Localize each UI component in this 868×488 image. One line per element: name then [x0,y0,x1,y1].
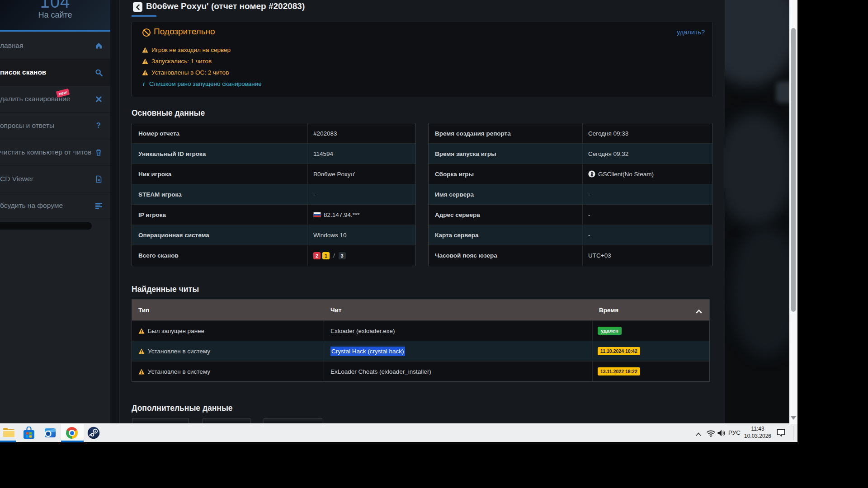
cheat-type-cell: Установлен в систему [132,341,324,361]
sidebar-item-scan-list[interactable]: писок сканов [0,59,110,86]
cheat-name-cell: Crystal Hack (crystal hack) [324,341,593,361]
background-blob [776,81,789,103]
scan-count-divider: / [333,252,335,259]
home-icon [94,42,103,50]
row-value: - [583,205,712,225]
taskbar-clock[interactable]: 11:43 10.03.2026 [742,426,773,440]
table-row: Время запуска игры Сегодня 09:32 [429,144,712,164]
cheat-time-cell: 11.10.2024 10:42 [593,341,709,361]
delete-report-link[interactable]: удалить? [677,28,705,36]
back-button[interactable] [133,2,142,12]
alert-title: Подозрительно [154,27,215,37]
row-value: - [583,225,712,245]
cheat-row: Установлен в систему ExLoader Cheats (ex… [132,361,709,381]
taskbar-indicator [0,441,16,442]
table-row: Ник игрока B0o6we Poxyu' [132,164,415,184]
online-label: На сайте [0,10,110,20]
cheats-table-header: Тип Чит Время [132,300,709,320]
sidebar-item-forum[interactable]: бсудить на форуме [0,192,110,219]
sort-chevron-up-icon[interactable] [696,307,702,315]
row-label: Номер отчета [132,123,308,143]
table-row: IP игрока 82.147.94.*** [132,205,415,225]
sidebar-item-clean-pc[interactable]: чистить компьютер от читов [0,139,110,166]
warning-icon [138,328,145,334]
file-explorer-icon[interactable] [3,427,15,440]
page-title: B0o6we Poxyu' (отчет номер #202083) [146,1,305,11]
alert-warning-text: Установлены в ОС: 2 читов [151,69,229,76]
table-row: Операционная система Windows 10 [132,225,415,245]
row-value: 82.147.94.*** [308,205,415,225]
row-label: IP игрока [132,205,308,225]
game-build-value: GSClient(No Steam) [598,171,654,178]
suspicious-alert-panel: Подозрительно удалить? Игрок не заходил … [132,22,713,97]
row-value: - [583,184,712,204]
search-icon [94,68,103,76]
sidebar-nav: лавная писок сканов далить сканирование … [0,33,110,219]
row-value: B0o6we Poxyu' [308,164,415,184]
row-value: GSClient(No Steam) [583,164,712,184]
overview-table-right: Время создания репорта Сегодня 09:33 Вре… [428,123,712,266]
alert-info-text: Слишком рано запущено сканирование [149,80,262,87]
sidebar-item-cd-viewer[interactable]: CD Viewer [0,166,110,192]
scrollbar[interactable] [789,0,797,423]
steam-icon[interactable] [87,427,100,441]
wifi-icon[interactable] [706,430,716,439]
scrollbar-thumb[interactable] [791,28,796,312]
warning-icon [142,58,148,64]
scrollbar-down-arrow[interactable] [791,416,796,420]
section-title-cheats: Найденные читы [132,285,199,294]
sidebar-item-delete-scan[interactable]: далить сканирование new [0,86,110,113]
taskbar-separator [793,426,793,440]
row-label: Карта сервера [429,225,583,245]
table-row: Всего сканов 2 1 / 3 [132,245,415,266]
background-blob [725,0,789,86]
warning-icon [138,348,145,354]
info-icon: i [142,80,146,87]
row-label: STEAM игрока [132,184,308,204]
row-value: 2 1 / 3 [308,245,415,266]
tray-chevron-up-icon[interactable] [695,430,702,438]
volume-icon[interactable] [717,429,726,439]
table-row: Часовой пояс юзера UTC+03 [429,245,712,266]
warning-icon [138,369,145,375]
alert-warning: Запускались: 1 читов [142,58,212,65]
gsclient-icon [588,170,595,178]
outlook-icon[interactable] [43,427,56,440]
scan-count-red-badge: 2 [313,252,321,259]
section-title-overview: Основные данные [132,108,205,118]
cheat-type-text: Установлен в систему [148,368,210,375]
clock-date: 10.03.2026 [742,433,773,440]
cheat-type-cell: Был запущен ранее [132,321,324,341]
cheat-time-cell: 13.11.2022 18:22 [593,361,709,381]
row-label: Всего сканов [132,245,308,266]
row-label: Операционная система [132,225,308,245]
russia-flag-icon [313,212,321,217]
clock-time: 11:43 [742,426,773,433]
chrome-icon[interactable] [66,427,78,439]
column-header-type[interactable]: Тип [132,307,324,314]
action-center-icon[interactable] [777,429,785,439]
cheat-name-text-selected[interactable]: Crystal Hack (crystal hack) [330,347,405,356]
sidebar-item-home[interactable]: лавная [0,33,110,59]
ip-value: 82.147.94.*** [324,211,360,218]
sidebar-item-faq[interactable]: опросы и ответы ? [0,113,110,139]
row-label: Адрес сервера [429,205,583,225]
trash-icon [94,148,103,156]
list-icon [94,202,103,210]
alert-warning: Установлены в ОС: 2 читов [142,69,229,76]
extra-data-button[interactable] [264,418,322,423]
language-indicator[interactable]: РУС [728,429,741,436]
cheat-time-cell: удален [593,321,709,341]
microsoft-store-icon[interactable] [23,427,35,441]
extra-data-button[interactable] [132,418,189,423]
alert-info: i Слишком рано запущено сканирование [142,80,262,87]
extra-data-button[interactable] [203,418,250,423]
sidebar-item-label: бсудить на форуме [0,202,63,210]
overview-table-left: Номер отчета #202083 Уникальный ID игрок… [132,123,416,266]
scan-count-total-badge: 3 [339,252,346,259]
background-blob [725,113,789,226]
sidebar-item-label: лавная [0,42,23,50]
column-header-cheat[interactable]: Чит [324,307,593,314]
column-header-time[interactable]: Время [593,307,709,314]
cheat-row: Установлен в систему Crystal Hack (cryst… [132,341,709,361]
